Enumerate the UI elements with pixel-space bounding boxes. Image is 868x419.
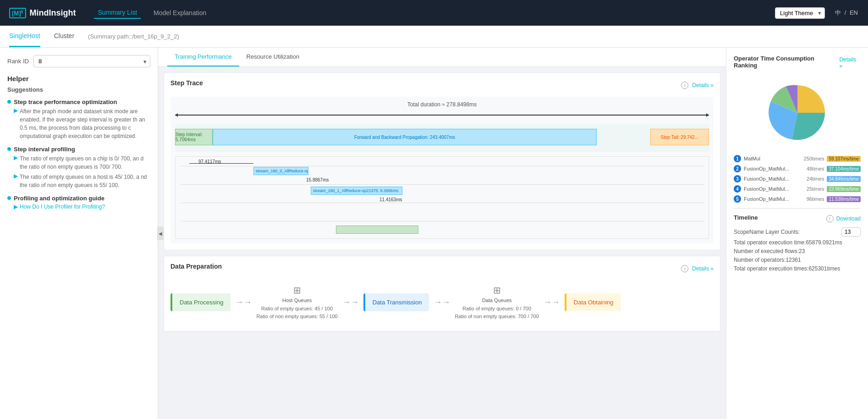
suggestion-item-2: Step interval profiling ▶ The ratio of e… [7, 146, 150, 189]
flow-arrow-4: →→ [544, 298, 560, 307]
op-value-4: 23.969ms/time [827, 186, 861, 192]
timeline-stat-1: Number of executed flows:23 [734, 248, 861, 254]
timeline-header: Timeline i Download [734, 214, 861, 223]
data-prep-details-link[interactable]: Details » [692, 265, 714, 272]
suggestion-title-1: Step trace performance optimization [14, 99, 117, 105]
theme-selector[interactable]: Light Theme [775, 7, 825, 19]
step-trace-details-link[interactable]: Details » [692, 82, 714, 88]
language-selector: 中 / EN [834, 9, 859, 17]
arrow-bullet-2a: ▶ [14, 154, 18, 161]
step-trace-title: Step Trace [170, 79, 203, 87]
duration-bar [175, 111, 709, 119]
data-prep-header: Data Preparation i Details » [170, 263, 714, 275]
duration-line [175, 115, 709, 116]
data-prep-info-icon[interactable]: i [681, 265, 688, 272]
step-trace-info-icon[interactable]: i [681, 82, 688, 89]
sub-nav-single-host[interactable]: SingleHost [9, 26, 40, 47]
timeline-stat-2: Number of operators:12361 [734, 257, 861, 263]
step-trace-panel: Step Trace i Details » Total duration ≈ … [164, 72, 720, 250]
step-trace-header: Step Trace i Details » [170, 79, 714, 91]
timeline-stat-0: Total operator execution time:65879.0921… [734, 239, 861, 246]
nav-model-explanation[interactable]: Model Explanation [150, 7, 210, 18]
profiling-link[interactable]: How Do I Use Profiler for Profiling? [20, 204, 105, 210]
trace-bar-interval: Step Interval: 5.7064ms [175, 129, 213, 145]
suggestion-text-2a: The ratio of empty queues on a chip is 0… [20, 154, 150, 171]
lang-en[interactable]: EN [850, 9, 858, 16]
summary-path: (Summary path::/bert_16p_9_2_2) [88, 33, 179, 40]
timeline-info-icon[interactable]: i [826, 215, 834, 222]
arrow-bullet-2b: ▶ [14, 173, 18, 179]
op-name-2: FusionOp_MatMul... [744, 166, 798, 171]
op-name-3: FusionOp_MatMul... [744, 176, 798, 182]
operator-pie-chart [761, 76, 834, 149]
duration-arrow-right [706, 113, 709, 117]
operator-row-3: 3 FusionOp_MatMul... 24times 34.846ms/ti… [734, 175, 861, 182]
sidebar-collapse-handle[interactable]: ◀ [157, 226, 164, 240]
suggestion-dot-3 [7, 196, 11, 200]
op-rank-3: 3 [734, 175, 741, 182]
data-queues-icon: ⊞ [493, 285, 501, 296]
data-prep-title: Data Preparation [170, 263, 222, 270]
op-rank-2: 2 [734, 165, 741, 172]
pie-segment-1 [797, 85, 825, 113]
theme-select-input[interactable]: Light Theme [775, 7, 825, 19]
step-trace-actions: i Details » [681, 82, 714, 89]
trace-bar-fwd: Forward and Backward Propagation: 243.40… [213, 129, 597, 145]
flow-data-processing: Data Processing [170, 293, 231, 311]
operator-ranking-details-link[interactable]: Details » [839, 56, 861, 69]
host-queues-name: Host Queues [282, 298, 312, 303]
rank-id-row: Rank ID 8 [7, 55, 150, 67]
nav-summary-list[interactable]: Summary List [94, 7, 141, 19]
op-times-4: 25times [801, 186, 824, 192]
suggestion-text-2b: The ratio of empty queues on a host is 4… [20, 173, 150, 189]
main-content: Training Performance Resource Utilizatio… [158, 48, 726, 419]
operator-row-1: 1 MatMul 250times 59.107ms/time [734, 155, 861, 162]
right-panel-divider [734, 208, 861, 209]
op-value-5: 11.538ms/time [827, 196, 861, 202]
stream-time3-label: 11.4163ms [379, 197, 402, 202]
timeline-section: Timeline i Download ScopeName Layer Coun… [734, 214, 861, 272]
scope-select-input[interactable]: 13 [841, 227, 861, 237]
op-name-4: FusionOp_MatMul... [744, 186, 798, 192]
op-name-1: MatMul [744, 156, 798, 161]
trace-bars-container: Step Interval: 5.7064ms Forward and Back… [175, 124, 709, 152]
op-rank-4: 4 [734, 185, 741, 193]
operator-ranking-title: Operator Time Consumption Ranking [734, 55, 839, 69]
operator-ranking-header: Operator Time Consumption Ranking Detail… [734, 55, 861, 71]
timeline-stat-3: Total operator execution times:625301tim… [734, 265, 861, 272]
pie-segment-2 [792, 113, 825, 140]
op-times-1: 250times [801, 156, 824, 161]
scope-name-label: ScopeName Layer Counts: [734, 229, 838, 235]
tab-resource-utilization[interactable]: Resource Utilization [239, 48, 307, 66]
rank-id-select[interactable]: 8 [33, 55, 150, 67]
stream-bar-green [336, 226, 418, 234]
arrow-bullet-1: ▶ [14, 107, 18, 114]
step-trace-content: Total duration ≈ 278.8498ms Step Interva… [170, 97, 714, 243]
stream-gridline-3 [180, 203, 704, 203]
top-navigation: [M]⁵ MindInsight Summary List Model Expl… [0, 0, 868, 26]
sub-nav-cluster[interactable]: Cluster [54, 26, 74, 47]
suggestions-title: Suggestions [7, 86, 150, 93]
suggestion-text-1: After the praph mode and dataset sink mo… [20, 107, 150, 140]
flow-host-queues: ⊞ Host Queues Ratio of empty queues: 45 … [256, 285, 337, 320]
total-duration-label: Total duration ≈ 278.8498ms [175, 101, 709, 108]
tab-training-performance[interactable]: Training Performance [167, 48, 239, 66]
lang-zh[interactable]: 中 [835, 9, 841, 16]
data-queues-name: Data Queues [482, 298, 512, 303]
data-queues-stats: Ratio of empty queues: 0 / 700 Ratio of … [455, 305, 538, 320]
stream-chart: 97.4117ms stream_180_0_AllReduce-op21374… [175, 156, 709, 239]
logo-icon: [M]⁵ [9, 8, 26, 18]
suggestion-item-3: Profiling and optimization guide ▶ How D… [7, 195, 150, 210]
op-rank-5: 5 [734, 195, 741, 203]
flow-arrow-1: →→ [235, 298, 252, 307]
suggestion-title-3: Profiling and optimization guide [14, 195, 104, 202]
flow-arrow-3: →→ [434, 298, 450, 307]
operator-row-5: 5 FusionOp_MatMul... 96times 11.538ms/ti… [734, 195, 861, 203]
timeline-download-link[interactable]: Download [836, 215, 861, 222]
logo-area: [M]⁵ MindInsight [9, 8, 76, 18]
operator-row-2: 2 FusionOp_MatMul... 48times 37.104ms/ti… [734, 165, 861, 172]
op-times-2: 48times [801, 166, 824, 171]
timeline-header-actions: i Download [826, 215, 861, 222]
app-name: MindInsight [30, 8, 76, 18]
suggestion-item-1: Step trace performance optimization ▶ Af… [7, 99, 150, 140]
